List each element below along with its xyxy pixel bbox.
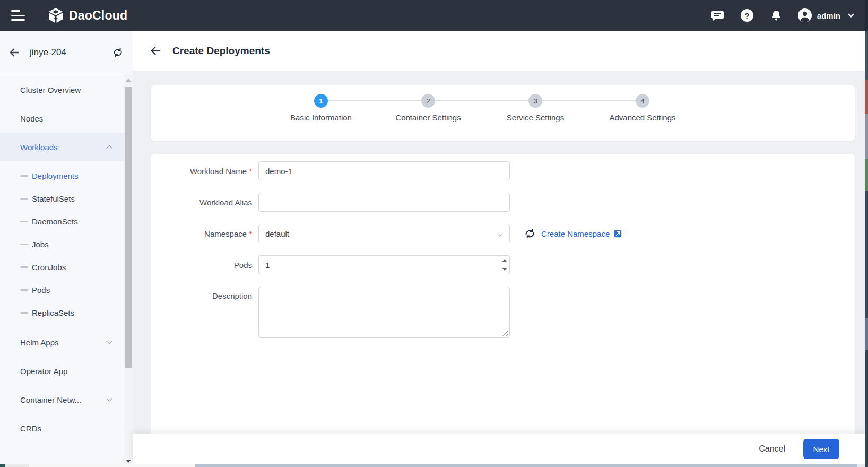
sidebar-item-label: Deployments bbox=[32, 171, 79, 180]
form-card: Workload Name* Workload Alias Namespace* bbox=[151, 154, 855, 434]
chevron-down-icon bbox=[106, 395, 112, 401]
namespace-label: Namespace* bbox=[151, 229, 252, 238]
sidebar-item-jobs[interactable]: Jobs bbox=[0, 233, 133, 256]
pods-label: Pods bbox=[151, 261, 252, 270]
step-4-circle[interactable]: 4 bbox=[636, 94, 649, 108]
step-connector bbox=[542, 100, 636, 101]
required-marker: * bbox=[249, 167, 252, 176]
pods-input[interactable] bbox=[258, 255, 510, 274]
chevron-down-icon bbox=[106, 338, 112, 344]
workloads-submenu: Deployments StatefulSets DaemonSets Jobs… bbox=[0, 165, 133, 324]
dash-icon bbox=[20, 289, 28, 291]
scroll-down-arrow-icon[interactable] bbox=[126, 460, 131, 463]
stepper-card: 1 2 3 4 Basic Information Container Sett… bbox=[151, 85, 855, 141]
pods-stepper bbox=[499, 256, 509, 274]
step-connector bbox=[328, 100, 421, 101]
bell-icon[interactable] bbox=[769, 8, 783, 22]
refresh-icon[interactable] bbox=[524, 228, 535, 239]
step-1-label: Basic Information bbox=[267, 113, 375, 122]
sidebar-item-deployments[interactable]: Deployments bbox=[0, 165, 133, 187]
sidebar-item-container-network[interactable]: Container Netw... bbox=[0, 385, 133, 414]
sidebar-item-nodes[interactable]: Nodes bbox=[0, 104, 133, 133]
sidebar-header: jinye-204 bbox=[0, 31, 133, 75]
help-icon[interactable]: ? bbox=[740, 8, 754, 22]
sidebar-scrollbar[interactable] bbox=[124, 75, 133, 467]
dash-icon bbox=[20, 266, 28, 268]
user-menu[interactable]: admin bbox=[797, 8, 853, 23]
namespace-selected-value: default bbox=[265, 229, 289, 238]
workload-alias-input[interactable] bbox=[258, 193, 510, 212]
description-label: Description bbox=[151, 287, 252, 300]
switch-cluster-icon[interactable] bbox=[112, 47, 123, 60]
step-2-label: Container Settings bbox=[375, 113, 482, 122]
sidebar-item-label: StatefulSets bbox=[32, 194, 75, 203]
cluster-back-arrow-icon[interactable] bbox=[8, 47, 20, 60]
dash-icon bbox=[20, 198, 28, 200]
content-area: 1 2 3 4 Basic Information Container Sett… bbox=[133, 71, 865, 434]
scrollbar-thumb[interactable] bbox=[125, 87, 132, 368]
create-namespace-link[interactable]: Create Namespace bbox=[541, 229, 610, 238]
scroll-up-arrow-icon[interactable] bbox=[126, 79, 131, 82]
stepper-row: 1 2 3 4 bbox=[151, 85, 855, 108]
sidebar-item-label: Cluster Overview bbox=[20, 85, 81, 94]
sidebar-item-label: Workloads bbox=[20, 143, 58, 152]
avatar-icon bbox=[797, 8, 812, 23]
sidebar-item-label: Container Netw... bbox=[20, 395, 81, 404]
horizontal-scrollbar[interactable] bbox=[0, 464, 868, 467]
external-link-icon bbox=[613, 229, 622, 238]
sidebar-item-label: ReplicaSets bbox=[32, 308, 74, 317]
sidebar-item-operator-app[interactable]: Operator App bbox=[0, 357, 133, 385]
sidebar-item-daemonsets[interactable]: DaemonSets bbox=[0, 210, 133, 233]
next-button[interactable]: Next bbox=[803, 439, 839, 459]
sidebar-nav: Cluster Overview Nodes Workloads Deploym… bbox=[0, 75, 133, 443]
sidebar-item-label: CronJobs bbox=[32, 263, 66, 272]
chevron-down-icon bbox=[848, 11, 854, 17]
hamburger-menu-icon[interactable] bbox=[11, 10, 25, 21]
sidebar-item-replicasets[interactable]: ReplicaSets bbox=[0, 301, 133, 324]
workload-name-row: Workload Name* bbox=[151, 161, 855, 180]
chat-bubble-icon[interactable] bbox=[711, 8, 725, 22]
sidebar-item-helm-apps[interactable]: Helm Apps bbox=[0, 328, 133, 357]
required-marker: * bbox=[249, 229, 252, 238]
step-4-label: Advanced Settings bbox=[589, 113, 696, 122]
dash-icon bbox=[20, 175, 28, 177]
sidebar-item-label: CRDs bbox=[20, 424, 41, 433]
sidebar-item-label: Jobs bbox=[32, 240, 49, 249]
sidebar-item-pods[interactable]: Pods bbox=[0, 279, 133, 301]
cancel-button[interactable]: Cancel bbox=[759, 444, 785, 454]
increment-button[interactable] bbox=[499, 256, 509, 265]
page-back-arrow-icon[interactable] bbox=[150, 45, 162, 57]
decrement-button[interactable] bbox=[499, 265, 509, 274]
step-connector bbox=[435, 100, 528, 101]
cluster-name: jinye-204 bbox=[30, 47, 66, 58]
workload-name-input[interactable] bbox=[258, 161, 510, 180]
workload-alias-row: Workload Alias bbox=[151, 193, 855, 212]
workload-alias-label: Workload Alias bbox=[151, 198, 252, 207]
description-textarea[interactable] bbox=[258, 287, 510, 338]
page-title: Create Deployments bbox=[172, 45, 270, 57]
namespace-row: Namespace* default Create Names bbox=[151, 224, 855, 243]
topbar-actions: ? admin bbox=[696, 8, 868, 23]
stepper-labels: Basic Information Container Settings Ser… bbox=[151, 113, 855, 122]
chevron-up-icon bbox=[106, 145, 112, 151]
step-2-circle[interactable]: 2 bbox=[421, 94, 435, 108]
brand-logo: DaoCloud bbox=[47, 7, 127, 24]
sidebar-item-workloads[interactable]: Workloads bbox=[0, 133, 133, 161]
namespace-select[interactable]: default bbox=[258, 224, 510, 243]
daocloud-logo-icon bbox=[47, 7, 64, 24]
sidebar-item-label: Operator App bbox=[20, 367, 67, 376]
dash-icon bbox=[20, 312, 28, 314]
sidebar: jinye-204 Cluster Overview Nodes Workloa… bbox=[0, 31, 133, 467]
user-name: admin bbox=[817, 11, 840, 20]
sidebar-item-statefulsets[interactable]: StatefulSets bbox=[0, 187, 133, 210]
sidebar-item-label: Pods bbox=[32, 286, 50, 295]
dash-icon bbox=[20, 244, 28, 245]
page-header: Create Deployments bbox=[133, 31, 865, 71]
sidebar-item-cronjobs[interactable]: CronJobs bbox=[0, 256, 133, 279]
brand-name: DaoCloud bbox=[69, 8, 127, 23]
sidebar-item-crds[interactable]: CRDs bbox=[0, 414, 133, 443]
top-bar: DaoCloud ? bbox=[0, 0, 868, 31]
step-3-circle[interactable]: 3 bbox=[528, 94, 542, 108]
sidebar-item-cluster-overview[interactable]: Cluster Overview bbox=[0, 75, 133, 104]
step-1-circle[interactable]: 1 bbox=[314, 94, 328, 108]
